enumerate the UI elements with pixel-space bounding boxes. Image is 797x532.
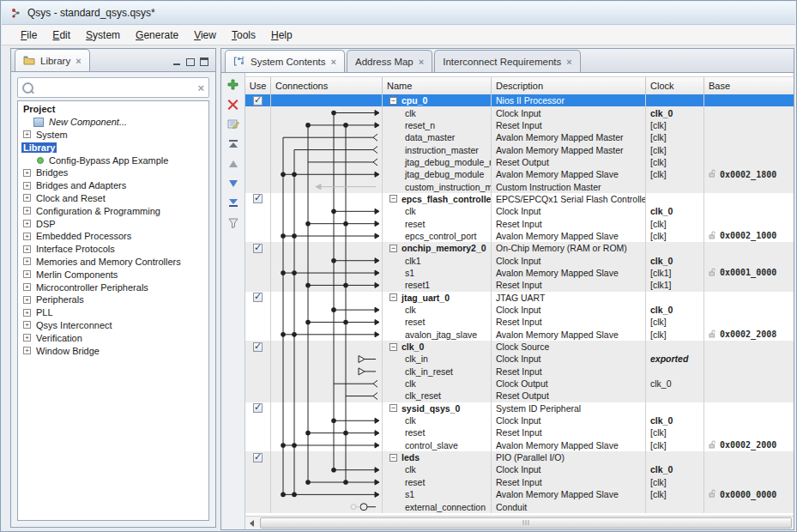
column-header-use[interactable]: Use [245, 77, 271, 94]
collapse-icon[interactable]: − [389, 293, 397, 301]
port-clock[interactable]: [clk] [650, 489, 667, 499]
menu-item-help[interactable]: Help [264, 27, 299, 43]
use-checkbox[interactable] [253, 293, 263, 302]
tree-item-embedded-processors[interactable]: +Embedded Processors [18, 230, 208, 243]
tree-item-dsp[interactable]: +DSP [18, 217, 208, 230]
expand-icon[interactable]: + [23, 194, 31, 202]
port-row-epcs_control_port[interactable]: epcs_control_portAvalon Memory Mapped Sl… [245, 230, 794, 242]
move-bottom-button[interactable] [226, 196, 241, 210]
tree-item-qsys-interconnect[interactable]: +Qsys Interconnect [18, 319, 208, 332]
tree-item-bridges[interactable]: +Bridges [18, 166, 208, 179]
use-checkbox[interactable] [253, 96, 263, 106]
tab-interconnect-requirements[interactable]: Interconnect Requirements× [434, 50, 581, 72]
tree-item-new-component[interactable]: New Component... [18, 116, 208, 129]
port-clock[interactable]: [clk] [650, 427, 667, 438]
expand-icon[interactable]: + [23, 296, 31, 304]
port-row-clk[interactable]: clkClock Inputclk_0 [245, 205, 794, 217]
port-row-clk[interactable]: clkClock Inputclk_0 [245, 463, 794, 475]
module-row-epcs_flash_controlle[interactable]: −epcs_flash_controlle...EPCS/EPCQx1 Seri… [245, 193, 794, 205]
port-clock[interactable]: [clk] [650, 157, 667, 167]
port-clock[interactable]: [clk] [650, 219, 667, 229]
module-row-leds[interactable]: −ledsPIO (Parallel I/O) [245, 451, 794, 463]
filter-button[interactable] [226, 215, 241, 230]
collapse-icon[interactable]: − [389, 97, 397, 105]
tree-item-peripherals[interactable]: +Peripherals [18, 293, 208, 306]
tab-system-contents[interactable]: System Contents× [225, 50, 345, 72]
tab-close-icon[interactable]: × [419, 57, 424, 67]
add-button[interactable] [226, 77, 241, 92]
port-clock[interactable]: clk_0 [650, 256, 673, 266]
port-row-clk[interactable]: clkClock Inputclk_0 [245, 304, 794, 316]
expand-icon[interactable]: + [23, 270, 31, 278]
use-checkbox[interactable] [253, 244, 263, 253]
port-clock[interactable]: [clk] [650, 120, 667, 130]
port-clock[interactable]: clk_0 [650, 206, 673, 216]
tree-item-config-bypass-app-example[interactable]: Config-Bypass App Example [18, 154, 208, 166]
port-clock[interactable]: clk_0 [650, 108, 673, 118]
tree-item-library[interactable]: Library [18, 141, 208, 154]
port-clock[interactable]: [clk] [650, 329, 667, 340]
menu-item-tools[interactable]: Tools [225, 27, 263, 43]
port-clock[interactable]: clk_0 [650, 464, 673, 475]
module-row-clk_0[interactable]: −clk_0Clock Source [245, 341, 794, 353]
port-row-reset[interactable]: resetReset Input[clk] [245, 426, 794, 438]
tree-item-merlin-components[interactable]: +Merlin Components [18, 268, 208, 281]
expand-icon[interactable]: + [23, 245, 31, 253]
edit-button[interactable] [226, 117, 241, 131]
port-clock[interactable]: [clk1] [650, 280, 672, 290]
collapse-icon[interactable]: − [389, 195, 397, 203]
port-clock[interactable]: [clk1] [650, 268, 672, 278]
port-row-clk[interactable]: clkClock Inputclk_0 [245, 414, 794, 426]
collapse-icon[interactable]: − [389, 343, 397, 351]
column-header-description[interactable]: Description [492, 77, 646, 94]
expand-icon[interactable]: + [23, 347, 31, 354]
port-clock[interactable]: exported [650, 354, 688, 364]
tab-close-icon[interactable]: × [566, 57, 571, 67]
scroll-left-button[interactable] [245, 517, 258, 529]
column-header-connections[interactable]: Connections [271, 77, 383, 94]
expand-icon[interactable]: + [23, 130, 31, 138]
port-row-jtag_debug_module_r[interactable]: jtag_debug_module_r...Reset Output[clk] [245, 156, 794, 168]
tree-item-clock-and-reset[interactable]: +Clock and Reset [18, 192, 208, 205]
port-row-avalon_jtag_slave[interactable]: avalon_jtag_slaveAvalon Memory Mapped Sl… [245, 329, 794, 341]
move-top-button[interactable] [226, 136, 241, 151]
port-row-control_slave[interactable]: control_slaveAvalon Memory Mapped Slave[… [245, 439, 794, 451]
port-clock[interactable]: [clk] [650, 145, 667, 155]
tree-item-bridges-and-adapters[interactable]: +Bridges and Adapters [18, 179, 208, 192]
tree-item-window-bridge[interactable]: +Window Bridge [18, 344, 208, 357]
port-row-data_master[interactable]: data_masterAvalon Memory Mapped Master[c… [245, 131, 794, 143]
tree-item-verification[interactable]: +Verification [18, 331, 208, 344]
horizontal-scrollbar[interactable] [245, 516, 794, 529]
tab-close-icon[interactable]: × [331, 57, 336, 67]
base-address[interactable]: 0x0000_0000 [720, 490, 776, 499]
menu-item-view[interactable]: View [187, 27, 223, 43]
port-row-custom_instruction_m[interactable]: custom_instruction_m...Custom Instructio… [245, 180, 794, 192]
use-checkbox[interactable] [253, 194, 263, 203]
base-address[interactable]: 0x0002_2000 [720, 440, 776, 450]
menu-item-generate[interactable]: Generate [129, 27, 185, 43]
port-clock[interactable]: [clk] [650, 317, 667, 327]
port-row-clk[interactable]: clkClock Inputclk_0 [245, 106, 794, 118]
scrollbar-thumb[interactable] [260, 517, 792, 529]
port-row-reset[interactable]: resetReset Input[clk] [245, 217, 794, 229]
port-row-clk_in_reset[interactable]: clk_in_resetReset Input [245, 366, 794, 378]
base-address[interactable]: 0x0002_2008 [720, 329, 776, 339]
base-lock[interactable] [709, 231, 716, 241]
tree-item-pll[interactable]: +PLL [18, 306, 208, 319]
base-lock[interactable] [709, 329, 716, 340]
collapse-icon[interactable]: − [389, 404, 397, 412]
base-lock[interactable] [709, 169, 716, 179]
port-clock[interactable]: [clk] [650, 440, 667, 450]
clear-search-icon[interactable]: × [197, 82, 204, 94]
tree-item-configuration-programming[interactable]: +Configuration & Programming [18, 204, 208, 217]
collapse-icon[interactable]: − [389, 245, 397, 252]
menu-item-file[interactable]: File [14, 27, 44, 43]
remove-button[interactable] [226, 97, 241, 112]
base-address[interactable]: 0x0002_1000 [720, 231, 776, 240]
tree-item-system[interactable]: +System [18, 129, 208, 142]
expand-icon[interactable]: + [23, 321, 31, 329]
port-clock[interactable]: clk_0 [650, 305, 673, 315]
minimize-icon[interactable] [172, 58, 181, 66]
port-row-s1[interactable]: s1Avalon Memory Mapped Slave[clk]0x0000_… [245, 488, 794, 500]
collapse-icon[interactable]: − [389, 454, 397, 462]
